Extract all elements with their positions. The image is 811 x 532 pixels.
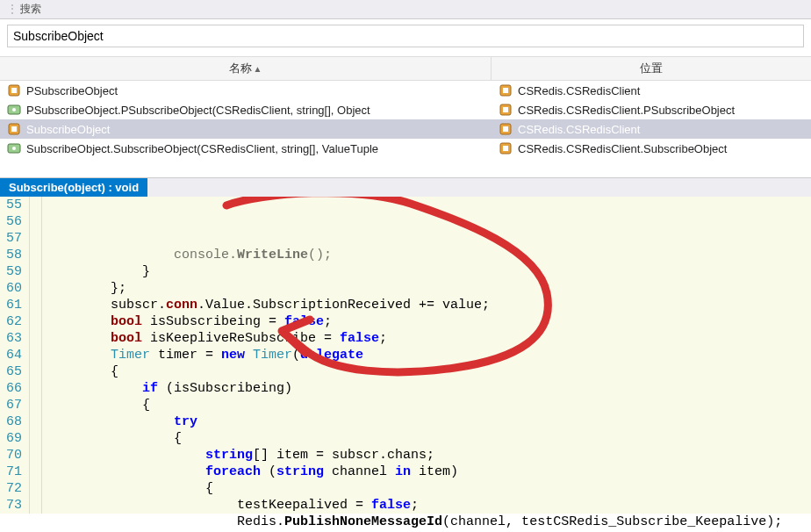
result-name: PSubscribeObject [26, 84, 118, 97]
code-line: console.WriteLine(); [47, 247, 811, 263]
result-name: SubscribeObject [26, 123, 110, 136]
search-input-container [0, 19, 811, 56]
result-location: CSRedis.CSRedisClient.PSubscribeObject [518, 104, 735, 117]
result-row[interactable]: SubscribeObject.SubscribeObject(CSRedisC… [0, 139, 811, 158]
code-line: Redis.PublishNoneMessageId(channel, test… [47, 514, 811, 530]
code-line: testKeepalived = false; [47, 497, 811, 514]
fold-column [30, 197, 42, 514]
code-line: string[] item = subscr.chans; [47, 447, 811, 464]
code-line: }; [47, 280, 811, 297]
results-list: PSubscribeObjectCSRedis.CSRedisClientPSu… [0, 81, 811, 158]
result-row[interactable]: PSubscribeObject.PSubscribeObject(CSRedi… [0, 100, 811, 119]
code-line: subscr.conn.Value.SubscriptionReceived +… [47, 297, 811, 313]
svg-rect-11 [503, 126, 508, 132]
grip-icon: ⋮⋮ [7, 3, 14, 15]
line-gutter: 55565758596061626364656667686970717273 [0, 197, 30, 514]
results-header: 名称▲ 位置 [0, 56, 811, 81]
svg-point-13 [12, 147, 16, 150]
code-line: { [47, 480, 811, 497]
search-label: 搜索 [20, 3, 41, 15]
code-line: Timer timer = new Timer(delegate [47, 347, 811, 363]
svg-point-5 [12, 108, 16, 111]
sort-asc-icon: ▲ [254, 64, 262, 74]
code-line: if (isSubscribeing) [47, 380, 811, 397]
result-row[interactable]: SubscribeObjectCSRedis.CSRedisClient [0, 119, 811, 139]
code-editor[interactable]: 55565758596061626364656667686970717273 c… [0, 197, 811, 514]
code-line: foreach (string channel in item) [47, 464, 811, 480]
search-panel-header: ⋮⋮ 搜索 [0, 0, 811, 19]
code-line: try [47, 413, 811, 430]
svg-rect-1 [11, 88, 17, 93]
code-line: { [47, 363, 811, 380]
code-line: bool isKeepliveReSubscribe = false; [47, 330, 811, 347]
code-area: Subscribe(object) : void 555657585960616… [0, 177, 811, 514]
column-location-header[interactable]: 位置 [492, 57, 811, 80]
breadcrumb-method[interactable]: Subscribe(object) : void [0, 178, 147, 197]
column-name-header[interactable]: 名称▲ [0, 57, 492, 80]
svg-rect-15 [503, 146, 508, 151]
result-row[interactable]: PSubscribeObjectCSRedis.CSRedisClient [0, 81, 811, 100]
code-line: { [47, 397, 811, 413]
result-name: SubscribeObject.SubscribeObject(CSRedisC… [26, 142, 378, 155]
result-location: CSRedis.CSRedisClient.SubscribeObject [518, 142, 727, 155]
code-line: bool isSubscribeing = false; [47, 313, 811, 330]
result-name: PSubscribeObject.PSubscribeObject(CSRedi… [26, 104, 370, 117]
svg-rect-7 [503, 107, 508, 112]
svg-rect-9 [11, 126, 17, 132]
code-line: } [47, 263, 811, 280]
result-location: CSRedis.CSRedisClient [518, 123, 640, 136]
svg-rect-3 [503, 88, 508, 93]
code-content[interactable]: console.WriteLine(); } }; subscr.conn.Va… [42, 197, 811, 514]
code-line: { [47, 430, 811, 447]
search-input[interactable] [7, 25, 804, 47]
result-location: CSRedis.CSRedisClient [518, 84, 640, 97]
